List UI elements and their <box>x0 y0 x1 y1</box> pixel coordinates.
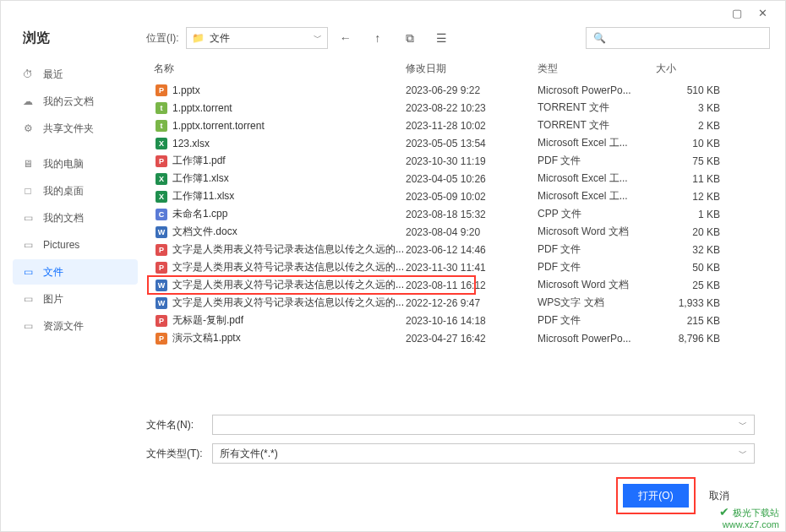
sidebar-item-label: 文件 <box>43 265 63 280</box>
sidebar-item-6[interactable]: ▭我的文档 <box>13 205 138 231</box>
cancel-button[interactable]: 取消 <box>709 489 729 503</box>
file-row[interactable]: P演示文稿1.pptx2023-04-27 16:42Microsoft Pow… <box>147 329 785 347</box>
file-type: PDF 文件 <box>538 313 656 328</box>
sidebar-icon: □ <box>21 185 35 197</box>
sidebar-item-label: 资源文件 <box>43 319 84 334</box>
column-date[interactable]: 修改日期 <box>406 62 538 76</box>
sidebar-icon: ▭ <box>21 293 35 305</box>
file-row[interactable]: C未命名1.cpp2023-08-18 15:32CPP 文件1 KB <box>147 205 785 223</box>
sidebar-item-label: 我的文档 <box>43 211 84 225</box>
location-label: 位置(I): <box>146 31 179 46</box>
file-name: 文字是人类用表义符号记录表达信息以传之久远的... <box>172 242 406 257</box>
file-size: 510 KB <box>656 84 720 96</box>
filetype-select[interactable]: 所有文件(*.*) ﹀ <box>212 443 755 464</box>
file-icon: P <box>154 314 169 328</box>
file-icon: P <box>154 155 169 168</box>
open-button[interactable]: 打开(O) <box>623 484 689 508</box>
file-row[interactable]: P文字是人类用表义符号记录表达信息以传之久远的...2023-06-12 14:… <box>147 241 785 258</box>
sidebar-item-2[interactable]: ⚙共享文件夹 <box>13 116 138 141</box>
file-date: 2023-08-18 15:32 <box>406 209 538 220</box>
file-type: Microsoft Word 文档 <box>538 278 656 292</box>
search-input[interactable]: 🔍 <box>586 27 770 49</box>
sidebar-item-label: 最近 <box>43 68 63 82</box>
file-name: 文字是人类用表义符号记录表达信息以传之久远的... <box>172 278 406 292</box>
sidebar-item-label: 图片 <box>43 292 63 307</box>
file-row[interactable]: P1.pptx2023-06-29 9:22Microsoft PowerPo.… <box>147 81 785 99</box>
file-date: 2023-06-29 9:22 <box>406 84 538 96</box>
file-name: 未命名1.cpp <box>172 207 406 221</box>
sidebar-item-9[interactable]: ▭图片 <box>13 286 138 312</box>
file-type: Microsoft Excel 工... <box>538 136 656 150</box>
file-type: Microsoft PowerPo... <box>538 84 656 96</box>
location-dropdown[interactable]: 📁 文件 ﹀ <box>186 27 328 49</box>
file-name: 工作簿1.xlsx <box>172 171 406 186</box>
file-type: Microsoft Word 文档 <box>538 225 656 239</box>
sidebar-item-label: 我的云文档 <box>43 95 94 109</box>
file-icon: X <box>154 190 169 204</box>
file-icon: t <box>154 119 169 133</box>
column-name[interactable]: 名称 <box>154 62 406 76</box>
file-type: PDF 文件 <box>538 242 656 257</box>
file-date: 2023-06-12 14:46 <box>406 244 538 256</box>
file-row[interactable]: W文字是人类用表义符号记录表达信息以传之久远的...2023-08-11 16:… <box>147 276 785 294</box>
column-size[interactable]: 大小 <box>656 62 723 76</box>
sidebar-item-5[interactable]: □我的桌面 <box>13 178 138 204</box>
back-icon[interactable]: ← <box>338 31 353 45</box>
file-row[interactable]: P工作簿1.pdf2023-10-30 11:19PDF 文件75 KB <box>147 152 785 170</box>
file-date: 2023-10-30 11:19 <box>406 155 538 167</box>
file-icon: W <box>154 296 169 310</box>
column-type[interactable]: 类型 <box>538 62 656 76</box>
file-type: WPS文字 文档 <box>538 296 656 310</box>
file-row[interactable]: P无标题-复制.pdf2023-10-16 14:18PDF 文件215 KB <box>147 312 785 329</box>
file-icon: C <box>154 208 169 221</box>
file-row[interactable]: X工作簿1.xlsx2023-04-05 10:26Microsoft Exce… <box>147 170 785 187</box>
sidebar-item-4[interactable]: 🖥我的电脑 <box>13 151 138 176</box>
file-name: 演示文稿1.pptx <box>172 331 406 345</box>
sidebar-item-7[interactable]: ▭Pictures <box>13 232 138 258</box>
file-date: 2023-08-04 9:20 <box>406 226 538 238</box>
sidebar-icon: ☁ <box>21 95 35 107</box>
sidebar-item-8[interactable]: ▭文件 <box>13 259 138 285</box>
sidebar-icon: 🖥 <box>21 158 35 170</box>
file-icon: P <box>154 84 169 97</box>
chevron-down-icon: ﹀ <box>739 419 747 431</box>
file-size: 1,933 KB <box>656 297 720 309</box>
file-type: TORRENT 文件 <box>538 100 656 115</box>
file-date: 2023-08-11 16:12 <box>406 280 538 291</box>
file-row[interactable]: X123.xlsx2023-05-05 13:54Microsoft Excel… <box>147 134 785 152</box>
file-icon: X <box>154 137 169 150</box>
sidebar-icon: ⚙ <box>21 122 35 134</box>
file-size: 75 KB <box>656 155 720 167</box>
file-type: Microsoft PowerPo... <box>538 333 656 345</box>
file-date: 2023-05-09 10:02 <box>406 191 538 203</box>
file-row[interactable]: t1.pptx.torrent2023-08-22 10:23TORRENT 文… <box>147 99 785 117</box>
file-row[interactable]: W文字是人类用表义符号记录表达信息以传之久远的...2022-12-26 9:4… <box>147 294 785 312</box>
sidebar-item-0[interactable]: ⏱最近 <box>13 62 138 87</box>
file-date: 2023-11-30 11:41 <box>406 262 538 274</box>
new-folder-icon[interactable]: ⧉ <box>402 31 418 46</box>
sidebar-item-label: 我的电脑 <box>43 157 84 171</box>
file-date: 2023-08-22 10:23 <box>406 102 538 114</box>
file-type: PDF 文件 <box>538 260 656 274</box>
file-name: 1.pptx <box>172 84 406 96</box>
file-date: 2023-05-05 13:54 <box>406 138 538 149</box>
file-row[interactable]: t1.pptx.torrent.torrent2023-11-28 10:02T… <box>147 117 785 134</box>
file-row[interactable]: X工作簿11.xlsx2023-05-09 10:02Microsoft Exc… <box>147 187 785 205</box>
filetype-label: 文件类型(T): <box>146 447 204 461</box>
file-date: 2023-04-27 16:42 <box>406 333 538 345</box>
view-list-icon[interactable]: ☰ <box>434 31 450 45</box>
close-button[interactable]: ✕ <box>750 4 775 21</box>
file-size: 8,796 KB <box>656 333 720 345</box>
file-name: 工作簿1.pdf <box>172 154 406 168</box>
file-row[interactable]: P文字是人类用表义符号记录表达信息以传之久远的...2023-11-30 11:… <box>147 258 785 276</box>
file-row[interactable]: W文档文件.docx2023-08-04 9:20Microsoft Word … <box>147 223 785 241</box>
file-date: 2022-12-26 9:47 <box>406 297 538 309</box>
up-icon[interactable]: ↑ <box>370 31 385 45</box>
file-name: 工作簿11.xlsx <box>172 189 406 204</box>
filename-input[interactable]: ﹀ <box>212 415 755 435</box>
sidebar-item-10[interactable]: ▭资源文件 <box>13 313 138 339</box>
file-size: 20 KB <box>656 226 720 238</box>
file-size: 32 KB <box>656 244 720 256</box>
sidebar-item-1[interactable]: ☁我的云文档 <box>13 89 138 114</box>
maximize-button[interactable]: ▢ <box>724 4 750 21</box>
